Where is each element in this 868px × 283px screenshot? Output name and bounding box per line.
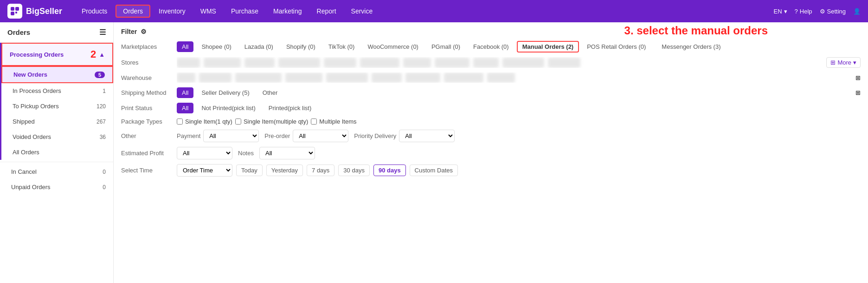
nav-inventory[interactable]: Inventory	[152, 6, 192, 17]
package-single-1qty[interactable]: Single Item(1 qty)	[177, 118, 232, 125]
nav-wms[interactable]: WMS	[194, 6, 223, 17]
time-values: Order Time Today Yesterday 7 days 30 day…	[177, 164, 861, 177]
sidebar-item-label: All Orders	[13, 149, 39, 156]
filter-marketplaces-row: Marketplaces All Shopee (0) Lazada (0) S…	[121, 41, 861, 53]
help-icon: ?	[795, 8, 798, 15]
warehouse-icon-btn[interactable]: ⊞	[855, 74, 861, 81]
voided-count: 36	[100, 134, 106, 140]
warehouse-chip	[487, 72, 515, 83]
sidebar-item-label: To Pickup Orders	[13, 103, 59, 110]
nav-purchase[interactable]: Purchase	[225, 6, 265, 17]
person-icon: 👤	[853, 8, 861, 15]
marketplace-lazada[interactable]: Lazada (0)	[239, 41, 278, 52]
time-today[interactable]: Today	[236, 165, 263, 176]
filter-shipping-row: Shipping Method All Seller Delivery (5) …	[121, 87, 861, 98]
marketplace-pos-retail[interactable]: POS Retail Orders (0)	[582, 41, 651, 52]
shipping-other[interactable]: Other	[257, 87, 283, 98]
sidebar-item-voided[interactable]: Voided Orders 36	[1, 129, 113, 145]
notes-select[interactable]: All	[259, 147, 315, 159]
sidebar-item-all-orders[interactable]: All Orders	[1, 145, 113, 160]
sidebar-item-to-pickup[interactable]: To Pickup Orders 120	[1, 99, 113, 114]
shipping-all[interactable]: All	[177, 87, 193, 98]
warehouse-chip	[177, 72, 195, 83]
time-custom-dates[interactable]: Custom Dates	[410, 165, 458, 176]
chevron-down-icon: ▾	[784, 8, 787, 15]
profit-notes-values: All Notes All	[177, 147, 861, 159]
store-chip	[403, 58, 431, 68]
print-printed[interactable]: Printed(pick list)	[264, 103, 316, 113]
print-all[interactable]: All	[177, 103, 193, 113]
time-90days[interactable]: 90 days	[373, 165, 406, 176]
store-chip	[548, 58, 580, 68]
nav-service[interactable]: Service	[345, 6, 379, 17]
print-not-printed[interactable]: Not Printed(pick list)	[196, 103, 260, 113]
warehouse-chip	[444, 72, 483, 83]
package-multiple-items-checkbox[interactable]	[311, 118, 317, 125]
filter-profit-notes-row: Estimated Profit All Notes All	[121, 147, 861, 159]
brand-logo[interactable]: BigSeller	[7, 4, 62, 19]
marketplace-pgmall[interactable]: PGmall (0)	[426, 41, 465, 52]
step3-annotation: 3. select the manual orders	[624, 24, 768, 37]
shipping-icon-btn[interactable]: ⊞	[855, 89, 861, 96]
content-area: 3. select the manual orders Filter ⚙ Mar…	[114, 22, 868, 283]
svg-rect-2	[11, 12, 14, 15]
preorder-select[interactable]: All	[293, 130, 348, 142]
payment-group: Payment All	[177, 130, 259, 142]
marketplace-facebook[interactable]: Facebook (0)	[468, 41, 514, 52]
sidebar-title: Orders	[7, 28, 30, 36]
filter-settings-icon[interactable]: ⚙	[141, 28, 147, 35]
sidebar-item-label: Voided Orders	[13, 133, 51, 140]
sidebar-collapse-icon[interactable]: ☰	[99, 28, 106, 37]
store-chip	[435, 58, 469, 68]
shipping-seller-delivery[interactable]: Seller Delivery (5)	[196, 87, 254, 98]
nav-products[interactable]: Products	[75, 6, 114, 17]
package-single-1qty-checkbox[interactable]	[177, 118, 183, 125]
expand-icon: ⊞	[830, 59, 836, 66]
store-chip	[244, 58, 275, 68]
sidebar-header: Orders ☰	[0, 22, 113, 43]
payment-select[interactable]: All	[203, 130, 259, 142]
marketplace-messenger[interactable]: Messenger Orders (3)	[656, 41, 726, 52]
package-single-multi-qty-checkbox[interactable]	[235, 118, 241, 125]
package-single-multi-qty[interactable]: Single Item(multiple qty)	[235, 118, 308, 125]
order-time-select[interactable]: Order Time	[177, 164, 232, 177]
warehouse-chip	[235, 72, 282, 83]
time-30days[interactable]: 30 days	[338, 165, 370, 176]
step2-annotation: 2	[90, 48, 96, 60]
marketplace-shopify[interactable]: Shopify (0)	[281, 41, 321, 52]
shipped-count: 267	[96, 118, 106, 125]
warehouse-chip	[285, 72, 322, 83]
marketplace-manual-orders[interactable]: Manual Orders (2)	[517, 41, 579, 53]
user-avatar[interactable]: 👤	[853, 8, 861, 15]
settings-link[interactable]: ⚙ Setting	[820, 8, 846, 15]
time-7days[interactable]: 7 days	[307, 165, 334, 176]
priority-delivery-select[interactable]: All	[399, 130, 455, 142]
nav-right: EN ▾ ? Help ⚙ Setting 👤	[773, 8, 861, 15]
package-multiple-items[interactable]: Multiple Items	[311, 118, 356, 125]
stores-label: Stores	[121, 59, 177, 66]
sidebar-section-processing[interactable]: Processing Orders 2 ▲	[1, 43, 113, 66]
marketplace-tiktok[interactable]: TikTok (0)	[323, 41, 360, 52]
top-nav: BigSeller Products Orders 1 Inventory WM…	[0, 0, 868, 22]
help-link[interactable]: ? Help	[795, 8, 812, 15]
new-orders-badge: 5	[95, 72, 105, 78]
preorder-label: Pre-order	[264, 132, 290, 139]
nav-orders[interactable]: Orders 1	[116, 5, 150, 18]
nav-report[interactable]: Report	[310, 6, 343, 17]
filter-warehouse-row: Warehouse ⊞	[121, 72, 861, 83]
sidebar-item-unpaid[interactable]: Unpaid Orders 0	[0, 179, 113, 195]
marketplace-woocommerce[interactable]: WooCommerce (0)	[362, 41, 424, 52]
sidebar-item-in-process[interactable]: In Process Orders 1	[1, 83, 113, 99]
marketplace-shopee[interactable]: Shopee (0)	[196, 41, 236, 52]
time-yesterday[interactable]: Yesterday	[266, 165, 303, 176]
filter-time-row: Select Time Order Time Today Yesterday 7…	[121, 164, 861, 177]
filter-package-types-row: Package Types Single Item(1 qty) Single …	[121, 118, 861, 125]
stores-more-button[interactable]: ⊞ More ▾	[826, 57, 861, 68]
lang-selector[interactable]: EN ▾	[773, 8, 787, 15]
sidebar-item-in-cancel[interactable]: In Cancel 0	[0, 164, 113, 179]
sidebar-item-new-orders[interactable]: New Orders 5	[1, 66, 113, 83]
estimated-profit-select[interactable]: All	[177, 147, 232, 159]
marketplace-all[interactable]: All	[177, 41, 193, 52]
nav-marketing[interactable]: Marketing	[267, 6, 308, 17]
sidebar-item-shipped[interactable]: Shipped 267	[1, 114, 113, 129]
